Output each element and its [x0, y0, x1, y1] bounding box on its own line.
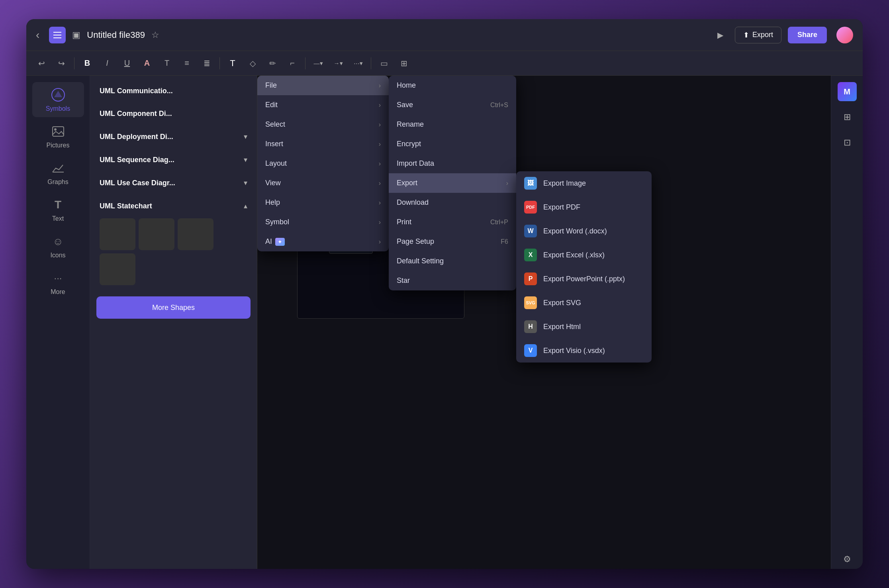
redo-button[interactable]: ↪	[54, 56, 69, 71]
shape-item-4[interactable]	[100, 253, 135, 285]
pictures-icon	[50, 123, 66, 139]
italic-button[interactable]: I	[100, 56, 114, 71]
menu-item-insert[interactable]: Insert ›	[257, 134, 389, 154]
right-logo-button[interactable]: M	[838, 82, 857, 101]
share-button[interactable]: Share	[788, 27, 827, 43]
sidebar-item-symbols[interactable]: Symbols	[32, 82, 84, 117]
text-button-2[interactable]: T	[160, 56, 174, 71]
toolbar-separator-1	[74, 57, 74, 69]
menu-item-page-setup[interactable]: Page Setup F6	[389, 232, 516, 251]
star-button[interactable]: ☆	[151, 30, 159, 40]
menu-item-rename[interactable]: Rename	[389, 115, 516, 134]
line-dropdown[interactable]: —▾	[311, 56, 325, 71]
export-item-pdf[interactable]: PDF Export PDF	[516, 195, 652, 219]
right-grid-button[interactable]: ⊞	[838, 108, 857, 127]
export-item-word[interactable]: W Export Word (.docx)	[516, 219, 652, 243]
right-sidebar: M ⊞ ⊡ ⚙	[831, 76, 863, 569]
menu-item-export[interactable]: Export ›	[389, 173, 516, 193]
export-item-html[interactable]: H Export Html	[516, 315, 652, 339]
sidebar-item-text[interactable]: T Text	[32, 192, 84, 227]
menu-item-edit[interactable]: Edit ›	[257, 95, 389, 115]
undo-button[interactable]: ↩	[34, 56, 49, 71]
panel-section-title-uml-statechart: UML Statechart	[100, 202, 152, 210]
icons-icon: ☺	[50, 233, 66, 249]
font-button[interactable]: T	[225, 56, 240, 71]
export-item-ppt[interactable]: P Export PowerPoint (.pptx)	[516, 267, 652, 291]
menu-item-help[interactable]: Help ›	[257, 193, 389, 212]
export-submenu: 🖼 Export Image PDF Export PDF W Export W…	[516, 171, 652, 363]
arrow-icon-file: ›	[379, 82, 381, 89]
panel-section-uml-communication-header[interactable]: UML Communicatio...	[96, 82, 251, 100]
chevron-down-icon-usecase: ▾	[244, 178, 247, 187]
more-shapes-button[interactable]: More Shapes	[96, 296, 251, 319]
export-item-image[interactable]: 🖼 Export Image	[516, 171, 652, 195]
sidebar-item-graphs[interactable]: Graphs	[32, 155, 84, 190]
panel-section-title-uml-usecase: UML Use Case Diagr...	[100, 179, 175, 187]
export-item-svg[interactable]: SVG Export SVG	[516, 291, 652, 315]
canvas-area[interactable]: Small online bookstore system overall cl…	[257, 76, 831, 569]
panel-section-uml-deployment-header[interactable]: UML Deployment Di... ▾	[96, 127, 251, 146]
menu-item-view[interactable]: View ›	[257, 173, 389, 193]
menu-item-select[interactable]: Select ›	[257, 115, 389, 134]
play-button[interactable]: ▶	[713, 27, 728, 43]
panel-section-uml-sequence-header[interactable]: UML Sequence Diag... ▾	[96, 151, 251, 169]
panel-content: UML Communicatio... UML Component Di... …	[90, 76, 257, 569]
export-button[interactable]: ⬆ Export	[735, 27, 781, 43]
chevron-up-icon-statechart: ▴	[244, 202, 247, 210]
panel-section-uml-sequence: UML Sequence Diag... ▾	[96, 151, 251, 169]
menu-item-symbol[interactable]: Symbol ›	[257, 212, 389, 232]
sidebar-item-icons[interactable]: ☺ Icons	[32, 229, 84, 264]
user-avatar[interactable]	[836, 27, 853, 43]
shapes-grid-statechart	[96, 215, 251, 288]
right-settings-button[interactable]: ⚙	[838, 550, 857, 569]
export-item-visio[interactable]: V Export Visio (.vsdx)	[516, 339, 652, 363]
align-button[interactable]: ≡	[180, 56, 194, 71]
export-svg-icon: SVG	[524, 296, 537, 309]
menu-item-print[interactable]: Print Ctrl+P	[389, 212, 516, 232]
color-button[interactable]: A	[140, 56, 154, 71]
menu-item-file[interactable]: File ›	[257, 76, 389, 95]
toolbar-separator-2	[219, 57, 220, 69]
shape-item-3[interactable]	[178, 218, 213, 250]
frame-button[interactable]: ▭	[377, 56, 391, 71]
titlebar: ‹ ▣ Untitled file389 ☆ ▶ ⬆ Export Share	[26, 19, 863, 51]
bold-button[interactable]: B	[80, 56, 94, 71]
panel-section-uml-usecase-header[interactable]: UML Use Case Diagr... ▾	[96, 174, 251, 192]
lines-button[interactable]: ≣	[200, 56, 214, 71]
panel-section-title-uml-component: UML Component Di...	[100, 110, 172, 118]
menu-item-home[interactable]: Home	[389, 76, 516, 95]
menu-item-layout[interactable]: Layout ›	[257, 154, 389, 173]
pen-button[interactable]: ✏	[265, 56, 280, 71]
arrow-icon-export: ›	[506, 180, 508, 187]
grid-button[interactable]: ⊞	[397, 56, 411, 71]
shape-item-2[interactable]	[139, 218, 174, 250]
export-item-excel[interactable]: X Export Excel (.xlsx)	[516, 243, 652, 267]
border-dropdown[interactable]: ⋯▾	[351, 56, 365, 71]
shape-item-1[interactable]	[100, 218, 135, 250]
menu-item-ai[interactable]: AI ✦ ›	[257, 232, 389, 251]
arrow-icon-symbol: ›	[379, 219, 381, 226]
underline-button[interactable]: U	[120, 56, 134, 71]
shape-button[interactable]: ◇	[245, 56, 260, 71]
chevron-down-icon-deployment: ▾	[244, 132, 247, 141]
sidebar-item-more[interactable]: ··· More	[32, 265, 84, 300]
export-image-icon: 🖼	[524, 177, 537, 190]
export-ppt-icon: P	[524, 272, 537, 285]
menu-item-download[interactable]: Download	[389, 193, 516, 212]
menu-item-import-data[interactable]: Import Data	[389, 154, 516, 173]
menu-button[interactable]	[49, 27, 66, 43]
menu-item-default-setting[interactable]: Default Setting	[389, 251, 516, 271]
panel-section-uml-component: UML Component Di...	[96, 105, 251, 123]
connector-button[interactable]: ⌐	[285, 56, 300, 71]
sidebar-item-pictures[interactable]: Pictures	[32, 119, 84, 154]
sidebar-label-text: Text	[52, 215, 64, 222]
menu-item-save[interactable]: Save Ctrl+S	[389, 95, 516, 115]
back-button[interactable]: ‹	[36, 29, 39, 41]
right-frame-button[interactable]: ⊡	[838, 133, 857, 152]
export-html-icon: H	[524, 320, 537, 333]
menu-item-encrypt[interactable]: Encrypt	[389, 134, 516, 154]
panel-section-uml-statechart-header[interactable]: UML Statechart ▴	[96, 197, 251, 215]
arrow-dropdown[interactable]: →▾	[331, 56, 345, 71]
panel-section-uml-component-header[interactable]: UML Component Di...	[96, 105, 251, 123]
menu-item-star[interactable]: Star	[389, 271, 516, 290]
